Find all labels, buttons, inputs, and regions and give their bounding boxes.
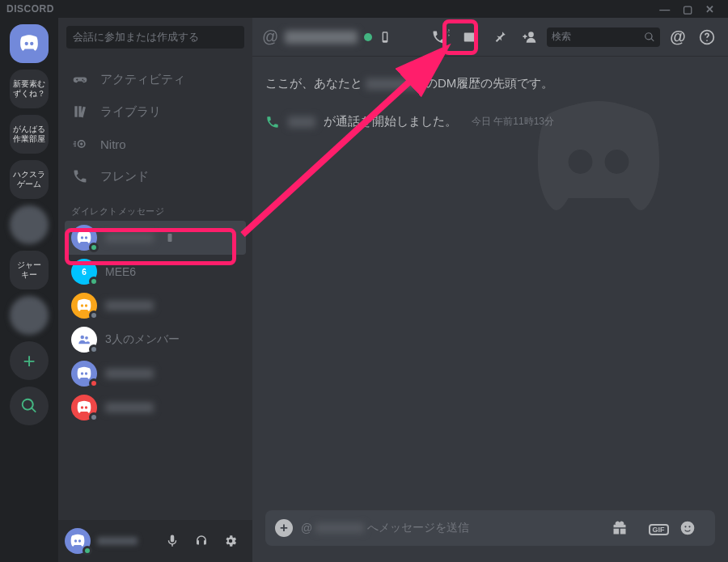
dm-section-header: ダイレクトメッセージ <box>58 192 252 221</box>
quick-switcher-placeholder: 会話に参加または作成する <box>73 30 199 44</box>
message-composer[interactable]: + @ へメッセージを送信 GIF <box>265 510 715 546</box>
svg-point-4 <box>85 336 88 340</box>
app-title: DISCORD <box>6 3 54 15</box>
help-button[interactable] <box>696 26 718 49</box>
server-pill[interactable]: ジャー キー <box>10 251 49 289</box>
search-icon <box>644 32 655 43</box>
svg-point-9 <box>681 522 695 535</box>
mute-mic-button[interactable] <box>165 534 188 548</box>
dm-item[interactable] <box>65 357 246 391</box>
window-maximize-button[interactable]: ▢ <box>676 3 699 15</box>
user-settings-button[interactable] <box>223 534 246 548</box>
composer-placeholder: @ へメッセージを送信 <box>301 521 603 535</box>
dm-avatar <box>71 361 97 387</box>
status-online-dot <box>364 33 372 41</box>
search-input[interactable]: 検索 <box>547 27 660 47</box>
server-pill[interactable] <box>10 205 49 244</box>
dm-item[interactable] <box>65 289 246 323</box>
at-icon: @ <box>262 27 278 46</box>
search-placeholder: 検索 <box>552 30 571 44</box>
deafen-button[interactable] <box>194 534 217 548</box>
nitro-icon <box>71 136 89 152</box>
self-username <box>97 537 138 545</box>
window-close-button[interactable]: ✕ <box>699 3 722 15</box>
gamepad-icon <box>71 71 89 87</box>
dm-avatar <box>71 225 97 251</box>
nav-item-library[interactable]: ライブラリ <box>65 95 246 128</box>
user-panel <box>58 520 252 562</box>
status-dot <box>89 243 99 252</box>
call-username <box>288 116 315 128</box>
dm-list: 6MEE63人のメンバー <box>58 221 252 520</box>
dm-start-username <box>366 78 422 90</box>
status-dot <box>89 344 99 354</box>
start-voice-call-button[interactable] <box>430 26 453 49</box>
server-list: 新要素む ずくね？がんばる 作業部屋ハクスラ ゲームジャー キー+ <box>0 18 58 562</box>
server-pill[interactable]: がんばる 作業部屋 <box>10 115 49 154</box>
dm-avatar <box>71 327 97 353</box>
attach-button[interactable]: + <box>275 519 293 537</box>
mobile-icon <box>165 232 175 243</box>
phone-icon <box>265 115 280 129</box>
status-dot <box>89 311 99 320</box>
status-dot <box>89 378 99 388</box>
svg-point-1 <box>80 142 83 145</box>
dm-avatar: 6 <box>71 259 97 285</box>
pinned-messages-button[interactable] <box>489 26 511 49</box>
nav-item-friends[interactable]: フレンド <box>65 160 246 192</box>
friends-icon <box>71 168 89 184</box>
start-video-call-button[interactable] <box>459 26 482 49</box>
add-server-button[interactable]: + <box>10 341 49 380</box>
nav-item-gamepad[interactable]: アクティビティ <box>65 63 246 95</box>
mentions-button[interactable]: @ <box>667 26 689 49</box>
nav-list: アクティビティライブラリNitroフレンド <box>58 57 252 192</box>
dm-item[interactable] <box>65 391 246 425</box>
svg-rect-2 <box>168 234 172 242</box>
dm-avatar <box>71 395 97 420</box>
svg-point-10 <box>684 526 686 527</box>
dm-item[interactable]: 3人のメンバー <box>65 323 246 357</box>
home-button[interactable] <box>10 24 49 63</box>
self-status-dot <box>83 546 92 556</box>
svg-point-3 <box>81 336 85 340</box>
server-pill[interactable] <box>10 296 49 335</box>
emoji-button[interactable] <box>679 520 705 536</box>
status-dot <box>89 412 99 422</box>
svg-rect-6 <box>383 32 387 40</box>
dm-avatar <box>71 293 97 319</box>
chat-header-username <box>285 31 358 44</box>
nav-item-nitro[interactable]: Nitro <box>65 128 246 160</box>
window-minimize-button[interactable]: — <box>654 3 676 15</box>
dm-item[interactable] <box>65 221 246 255</box>
svg-point-8 <box>706 40 708 41</box>
clyde-watermark-icon <box>493 89 704 235</box>
dm-item[interactable]: 6MEE6 <box>65 255 246 289</box>
quick-switcher-input[interactable]: 会話に参加または作成する <box>66 26 244 49</box>
status-dot <box>89 277 99 286</box>
gif-button[interactable]: GIF <box>645 521 671 535</box>
chat-header: @ 検索 @ <box>252 18 728 57</box>
self-avatar[interactable] <box>65 528 91 554</box>
svg-point-11 <box>688 526 690 527</box>
library-icon <box>71 104 89 120</box>
gift-button[interactable] <box>612 520 637 536</box>
server-pill[interactable]: ハクスラ ゲーム <box>10 160 49 199</box>
add-friend-button[interactable] <box>518 26 540 49</box>
server-pill[interactable]: 新要素む ずくね？ <box>10 70 49 108</box>
explore-servers-button[interactable] <box>10 387 49 425</box>
mobile-icon <box>379 31 392 44</box>
chat-body: ここが、あなたと のDM履歴の先頭です。 が通話を開始しました。 今日 午前11… <box>252 57 728 510</box>
